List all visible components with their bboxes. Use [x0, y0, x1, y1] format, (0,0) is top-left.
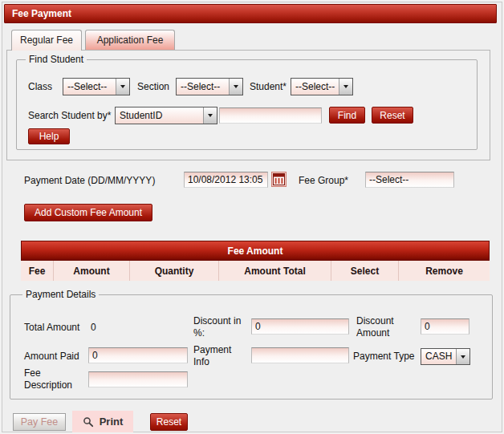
tab-regular-fee[interactable]: Regular Fee	[11, 30, 82, 51]
fee-payment-screen: Fee Payment Regular Fee Application Fee …	[0, 0, 504, 434]
payment-type-label: Payment Type	[353, 351, 415, 362]
total-amount-label: Total Amount	[24, 322, 79, 333]
col-amount-total: Amount Total	[219, 261, 331, 281]
find-button[interactable]: Find	[329, 107, 365, 124]
discount-amount-label: Discount Amount	[356, 315, 414, 339]
reset-button-footer[interactable]: Reset	[150, 413, 188, 431]
tab-application-fee[interactable]: Application Fee	[85, 30, 175, 50]
fee-group-label: Fee Group*	[299, 175, 348, 186]
fee-table-title-bar: Fee Amount	[21, 241, 490, 261]
add-custom-fee-label: Add Custom Fee Amount	[35, 207, 142, 218]
pay-fee-button[interactable]: Pay Fee	[13, 413, 66, 431]
discount-amount-input[interactable]	[421, 318, 469, 335]
search-icon	[83, 416, 94, 428]
chevron-down-icon	[339, 79, 352, 95]
payment-details-legend: Payment Details	[22, 289, 99, 300]
print-label: Print	[100, 416, 124, 428]
class-label: Class	[28, 81, 52, 92]
col-select: Select	[331, 261, 399, 281]
col-quantity: Quantity	[130, 261, 219, 281]
payment-date-label: Payment Date (DD/MM/YYYY)	[24, 175, 155, 186]
col-remove: Remove	[399, 261, 490, 281]
add-custom-fee-button[interactable]: Add Custom Fee Amount	[24, 204, 152, 221]
print-button[interactable]: Print	[72, 411, 133, 432]
title-bar: Fee Payment	[4, 4, 497, 23]
discount-percent-label: Discount in %:	[193, 315, 250, 339]
payment-date-input[interactable]	[184, 172, 268, 188]
section-select-value: --Select--	[177, 79, 229, 95]
fee-group-input[interactable]	[365, 172, 454, 188]
payment-type-value: CASH	[421, 349, 456, 364]
search-by-label: Search Student by*	[28, 110, 111, 121]
section-select[interactable]: --Select--	[176, 78, 243, 95]
student-select[interactable]: --Select--	[291, 78, 353, 95]
calendar-icon[interactable]	[271, 172, 287, 189]
help-button-label: Help	[39, 131, 59, 142]
payment-info-label: Payment Info	[193, 344, 242, 368]
col-amount: Amount	[54, 261, 130, 281]
reset-footer-label: Reset	[156, 416, 181, 428]
reset-button-label: Reset	[380, 110, 404, 121]
discount-percent-input[interactable]	[251, 318, 349, 335]
fee-table-header-row: Fee Amount Quantity Amount Total Select …	[21, 261, 490, 281]
class-select-value: --Select--	[63, 79, 116, 95]
amount-paid-label: Amount Paid	[24, 351, 79, 362]
total-amount-value: 0	[91, 322, 96, 333]
section-label: Section	[137, 81, 169, 92]
fee-table-title: Fee Amount	[228, 245, 283, 257]
chevron-down-icon	[229, 79, 242, 95]
student-select-value: --Select--	[291, 79, 339, 95]
payment-info-input[interactable]	[251, 347, 349, 363]
tab-regular-fee-label: Regular Fee	[20, 34, 73, 46]
chevron-down-icon	[456, 349, 469, 364]
reset-button[interactable]: Reset	[372, 107, 413, 124]
page-title: Fee Payment	[12, 8, 71, 19]
pay-fee-label: Pay Fee	[21, 416, 59, 428]
find-button-label: Find	[338, 110, 356, 121]
search-by-select-value: StudentID	[116, 107, 203, 124]
tab-application-fee-label: Application Fee	[97, 34, 164, 46]
find-student-fieldset	[16, 59, 478, 150]
chevron-down-icon	[116, 79, 129, 95]
search-student-input[interactable]	[219, 107, 322, 124]
payment-type-select[interactable]: CASH	[421, 348, 470, 365]
student-label: Student*	[250, 81, 287, 92]
chevron-down-icon	[203, 107, 217, 124]
fee-description-label: Fee Description	[24, 367, 82, 391]
class-select[interactable]: --Select--	[63, 78, 130, 95]
find-student-legend: Find Student	[26, 54, 87, 65]
help-button[interactable]: Help	[28, 128, 70, 144]
search-by-select[interactable]: StudentID	[115, 107, 217, 124]
col-fee: Fee	[21, 261, 54, 281]
amount-paid-input[interactable]	[88, 347, 188, 363]
fee-description-input[interactable]	[88, 371, 188, 387]
